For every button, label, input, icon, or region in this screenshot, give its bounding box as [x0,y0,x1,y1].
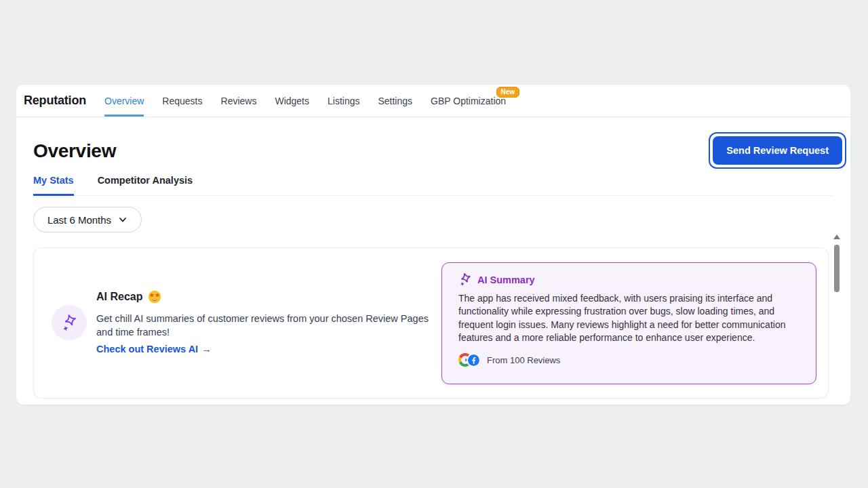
review-source-label: From 100 Reviews [487,355,560,365]
nav-tab-requests[interactable]: Requests [162,85,202,117]
page-title: Overview [33,140,116,162]
brand-title: Reputation [24,94,86,108]
ai-summary-card: AI Summary The app has received mixed fe… [441,262,816,384]
date-range-select[interactable]: Last 6 Months [33,207,142,232]
send-review-request-focus-ring: Send Review Request [709,132,846,169]
ai-recap-description: Get chill AI summaries of customer revie… [96,312,430,339]
ai-summary-sources: From 100 Reviews [458,353,800,367]
chevron-down-icon [118,215,127,224]
ai-recap-card: AI Recap Get chill AI summaries of custo… [33,247,829,399]
arrow-right-icon: → [201,344,212,354]
nav-tab-listings[interactable]: Listings [328,85,359,117]
date-range-value: Last 6 Months [47,214,111,226]
sparkles-icon [458,273,471,286]
nav-tab-label: Reviews [221,96,257,106]
nav-tab-label: GBP Optimization [431,96,506,106]
nav-tab-gbp-optimization[interactable]: GBP Optimization New [431,85,510,117]
nav-tab-widgets[interactable]: Widgets [275,85,309,117]
nav-tab-label: Requests [162,96,202,106]
ai-summary-header: AI Summary [458,273,800,286]
link-label: Check out Reviews AI [96,344,198,354]
nav-tab-label: Listings [328,96,359,106]
scrollbar-up-icon[interactable] [833,235,840,239]
nav-tab-label: Overview [104,96,144,106]
nav-tab-reviews[interactable]: Reviews [221,85,257,117]
tab-my-stats[interactable]: My Stats [33,175,74,196]
nav-tab-label: Widgets [275,96,309,106]
app-panel: Reputation Overview Requests Reviews Wid… [16,85,850,405]
send-review-request-button[interactable]: Send Review Request [713,136,842,165]
star-struck-emoji [148,290,161,304]
nav-tabs: Overview Requests Reviews Widgets Listin… [104,85,510,117]
ai-recap-title-text: AI Recap [96,291,142,303]
stats-tabs: My Stats Competitor Analysis [33,175,833,196]
tab-competitor-analysis[interactable]: Competitor Analysis [98,175,193,196]
sparkles-badge [52,305,87,340]
top-navigation: Reputation Overview Requests Reviews Wid… [16,85,850,117]
facebook-icon [467,353,481,367]
sparkles-icon [59,312,79,333]
new-badge: New [496,87,520,98]
ai-summary-title: AI Summary [477,274,535,285]
nav-tab-label: Settings [378,96,412,106]
ai-summary-text: The app has received mixed feedback, wit… [458,292,797,344]
check-out-reviews-ai-link[interactable]: Check out Reviews AI → [96,344,212,354]
nav-tab-settings[interactable]: Settings [378,85,412,117]
ai-recap-title: AI Recap [96,290,161,304]
nav-tab-overview[interactable]: Overview [104,85,144,117]
scrollbar-thumb[interactable] [834,245,840,292]
review-source-icons [458,353,481,367]
